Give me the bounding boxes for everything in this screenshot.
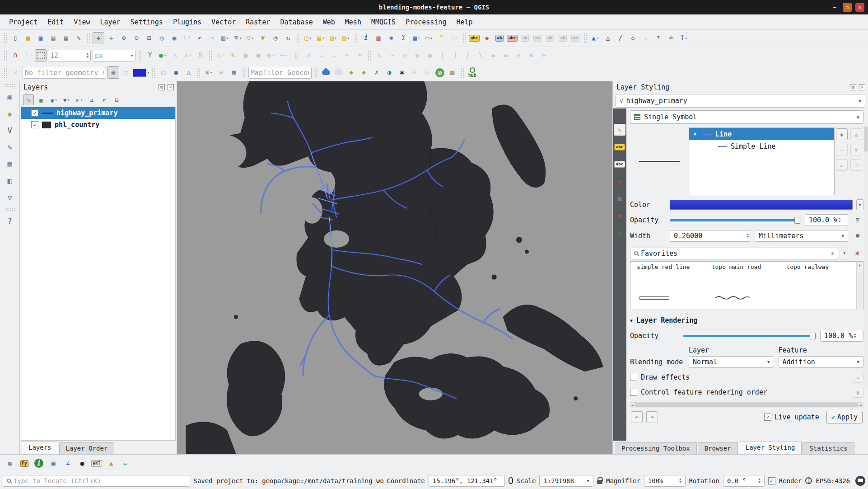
locate-input[interactable]: [14, 477, 186, 484]
diagrams-tab-icon[interactable]: ▤: [614, 210, 625, 221]
close-button[interactable]: ✕: [855, 3, 864, 12]
dropdown-arrow-icon[interactable]: ▾: [189, 53, 191, 57]
snap-units-input[interactable]: [95, 52, 129, 60]
menu-view[interactable]: View: [69, 16, 94, 28]
data-source-manager-icon[interactable]: ▣: [4, 91, 16, 103]
geocoder-search[interactable]: [248, 67, 312, 79]
dropdown-arrow-icon[interactable]: ▾: [210, 71, 212, 75]
new-project-icon[interactable]: ▯: [9, 32, 21, 44]
move-feature-icon[interactable]: ✛▾: [278, 49, 289, 61]
data-defined-override-icon[interactable]: ≣: [852, 214, 863, 226]
toolbar-separator[interactable]: [463, 33, 466, 43]
sort-order-icon[interactable]: ⇅: [853, 387, 863, 398]
move-label[interactable]: ab: [544, 32, 556, 44]
lr-opacity-spinbox[interactable]: 100.0 % ▲▼: [820, 330, 863, 342]
live-update-checkbox[interactable]: ✓: [764, 414, 771, 421]
rotate-label[interactable]: ab: [557, 32, 569, 44]
zoom-last-icon[interactable]: ↶: [194, 32, 205, 44]
zoom-full-icon[interactable]: ⊡: [143, 32, 155, 44]
clear-search-icon[interactable]: ⊗: [831, 250, 834, 257]
sort-labels-icon[interactable]: ab: [665, 32, 677, 44]
spin-arrows-icon[interactable]: ▲▼: [87, 52, 89, 59]
snapping-clear-2-icon[interactable]: ✕▾: [182, 49, 194, 61]
merge-features-icon[interactable]: ≡: [487, 49, 499, 61]
style-manager-icon[interactable]: ✱: [851, 247, 863, 259]
topological-editing-icon[interactable]: Y: [144, 49, 156, 61]
effects-options-icon[interactable]: ✦: [853, 372, 863, 383]
color-dropdown-button[interactable]: ▼: [856, 199, 863, 210]
dropdown-arrow-icon[interactable]: ▾: [164, 53, 166, 57]
toolbar-separator[interactable]: [5, 208, 15, 211]
transparency-tab-icon[interactable]: ▨: [614, 193, 625, 204]
locate-field[interactable]: [3, 475, 190, 487]
select-features-icon[interactable]: ▢▾: [302, 32, 314, 44]
dropdown-arrow-icon[interactable]: ▾: [272, 53, 275, 57]
save-layer-edits-icon[interactable]: ▣: [240, 49, 252, 61]
show-hide-labels[interactable]: ab: [532, 32, 543, 44]
advanced-digitizing-icon[interactable]: ∠▾: [215, 49, 226, 61]
dropdown-arrow-icon[interactable]: ▾: [222, 53, 224, 57]
tab-browser[interactable]: Browser: [698, 442, 738, 454]
symbol-search-input[interactable]: [641, 249, 828, 258]
menu-vector[interactable]: Vector: [207, 16, 240, 28]
form-annotation-icon[interactable]: ☆: [640, 32, 652, 44]
expander-icon[interactable]: ▼: [694, 132, 699, 136]
dropdown-arrow-icon[interactable]: ▾: [147, 71, 149, 75]
width-units-combo[interactable]: Millimeters ▼: [755, 230, 848, 242]
new-shapefile-layer-icon[interactable]: V: [4, 125, 16, 137]
menu-mesh[interactable]: Mesh: [341, 16, 366, 28]
new-virtual-layer-icon[interactable]: ▽: [4, 192, 16, 204]
toolbar-separator[interactable]: [209, 51, 212, 61]
remove-layer-icon[interactable]: ⊟: [112, 94, 122, 105]
copy-features-icon[interactable]: ▱: [316, 49, 327, 61]
refresh-map-icon[interactable]: ↻: [282, 32, 294, 44]
identify-by-dashed-area-icon[interactable]: ◌: [120, 66, 132, 79]
feature-blend-combo[interactable]: Addition ▼: [779, 356, 864, 368]
close-panel-icon[interactable]: ✕: [168, 84, 174, 90]
new-3d-map-view-icon[interactable]: 3D▾: [232, 32, 243, 44]
toolbar-separator[interactable]: [355, 33, 357, 43]
toolbar-separator[interactable]: [315, 68, 317, 78]
filter-legend-icon[interactable]: ▼▾: [61, 94, 72, 105]
toolbar-separator[interactable]: [4, 51, 7, 61]
pin-unpin-labels[interactable]: ab: [519, 32, 531, 44]
toolbar-separator[interactable]: [584, 33, 587, 43]
snapping-clear-1-icon[interactable]: ✕: [169, 49, 181, 61]
measure-line-icon[interactable]: ▭▾: [423, 32, 435, 44]
favorites-scrollbar[interactable]: ▲: [856, 262, 863, 309]
reload-plugins-icon[interactable]: ↻: [421, 66, 433, 79]
quick-map-services-icon[interactable]: ▨: [447, 66, 458, 79]
add-part-icon[interactable]: ◍: [411, 49, 423, 61]
favorites-symbol-list[interactable]: simple red linetopo main roadtopo railwa…: [630, 261, 863, 310]
geometry-checker-icon[interactable]: ✕: [9, 66, 21, 79]
show-unplaced-labels[interactable]: abc: [506, 32, 518, 44]
open-project-icon[interactable]: ■: [22, 32, 34, 44]
toolbar-separator[interactable]: [297, 33, 299, 43]
spin-arrows-icon[interactable]: ▲▼: [679, 478, 681, 484]
snap-tolerance[interactable]: ▲▼: [48, 50, 91, 61]
style-redo-button[interactable]: ↷: [646, 411, 658, 423]
dropdown-arrow-icon[interactable]: ▾: [55, 98, 57, 102]
labels-tab[interactable]: abc: [614, 141, 625, 153]
crs-button[interactable]: EPSG:4326: [816, 477, 850, 484]
symbol-tree-item-line[interactable]: ▼Line: [689, 128, 834, 140]
add-ring-icon[interactable]: ◎: [399, 49, 411, 61]
layer-search-icon[interactable]: ◎: [434, 66, 446, 79]
layer-visibility-checkbox[interactable]: ✓: [31, 121, 38, 128]
new-print-layout-icon[interactable]: ▤: [47, 32, 59, 44]
tab-statistics[interactable]: Statistics: [803, 442, 854, 454]
dropdown-arrow-icon[interactable]: ▾: [685, 36, 687, 40]
new-mesh-layer-icon[interactable]: ▦: [4, 158, 16, 170]
dropdown-arrow-icon[interactable]: ▾: [68, 98, 70, 102]
lock-scale-icon[interactable]: [597, 480, 602, 484]
dropdown-arrow-icon[interactable]: ▾: [239, 36, 242, 40]
profile-plot-plugin-icon[interactable]: ∠: [62, 457, 74, 470]
merge-attributes-icon[interactable]: ≡: [500, 49, 512, 61]
dropdown-arrow-icon[interactable]: ▾: [418, 36, 420, 40]
panel-scrollbar[interactable]: [864, 126, 868, 386]
cut-features-icon[interactable]: ✕: [303, 49, 315, 61]
package-export-icon[interactable]: ◆: [345, 66, 357, 79]
toolbar-separator[interactable]: [368, 51, 371, 61]
mouse-position-icon[interactable]: [509, 477, 513, 484]
move-symbol-up-button[interactable]: ▲: [850, 128, 862, 140]
